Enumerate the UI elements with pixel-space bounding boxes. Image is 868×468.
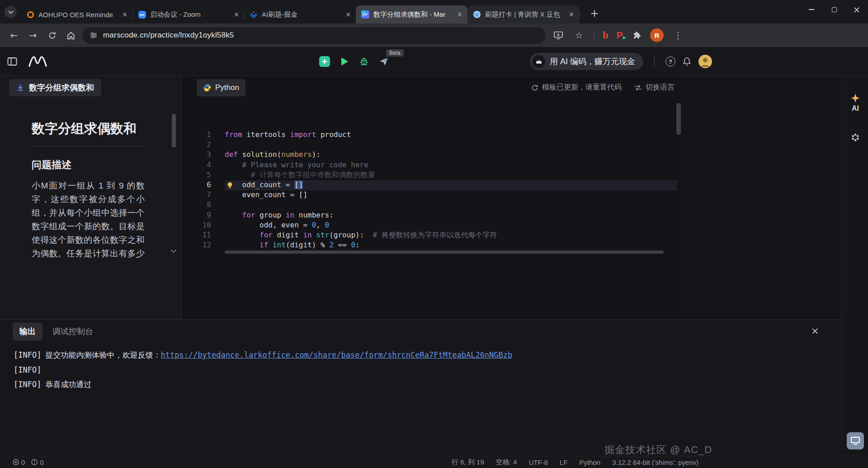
browser-tab-zoom[interactable]: zm 启动会议 - Zoom × — [132, 5, 244, 24]
submit-button[interactable]: Beta — [379, 57, 389, 66]
home-icon — [66, 31, 75, 40]
switch-language-button[interactable]: 切换语言 — [634, 83, 675, 92]
add-icon — [319, 56, 330, 67]
code-line-12[interactable]: if int(digit) % 2 == 0: — [225, 241, 677, 251]
notifications-button[interactable] — [683, 57, 691, 66]
code-line-5[interactable]: # 计算每个数字组中奇数和偶数的数量 — [225, 170, 677, 180]
problem-scrollbar[interactable] — [172, 114, 176, 227]
line-number: 11 — [182, 231, 211, 241]
tab-close-icon[interactable]: × — [456, 10, 464, 19]
home-button[interactable] — [61, 26, 80, 45]
log-prefix: [INFO] — [14, 365, 41, 374]
new-tab-button[interactable]: + — [588, 6, 601, 20]
ai-promo-button[interactable]: 用 AI 编码，赚万元现金 — [530, 53, 643, 70]
code-line-3[interactable]: def solution(numbers): — [225, 150, 677, 160]
workspace-monitor-button[interactable] — [847, 432, 864, 449]
window-minimize-button[interactable] — [800, 0, 823, 19]
warnings-indicator[interactable]: 0 — [31, 459, 43, 466]
reload-icon — [48, 31, 57, 40]
extensions-button[interactable] — [628, 31, 645, 40]
cursor-position[interactable]: 行 6, 列 19 — [452, 458, 484, 467]
feedback-link[interactable]: https://bytedance.larkoffice.com/share/b… — [160, 350, 512, 359]
problem-tab-chip[interactable]: 数字分组求偶数和 — [9, 79, 101, 96]
code-line-2[interactable] — [225, 140, 677, 150]
user-avatar[interactable] — [698, 55, 712, 68]
output-console: 输出 调试控制台 × [INFO]提交功能内测体验中，欢迎反馈：https://… — [0, 319, 842, 456]
forward-button[interactable]: → — [24, 26, 42, 45]
tab-close-icon[interactable]: × — [567, 10, 576, 19]
scrollbar-thumb[interactable] — [676, 103, 681, 135]
back-button[interactable]: ← — [5, 26, 24, 45]
bing-extension-icon[interactable]: b — [600, 29, 611, 41]
browser-menu-button[interactable]: ⋮ — [669, 30, 687, 41]
browser-tab-aohupo[interactable]: AOHUPO OES Reminde × — [21, 5, 132, 24]
code-line-10[interactable]: odd, even = 0, 0 — [225, 221, 677, 231]
errors-indicator[interactable]: 0 — [13, 459, 25, 466]
marscode-logo-icon — [28, 56, 49, 67]
tab-debug-console[interactable]: 调试控制台 — [52, 326, 93, 337]
browser-profile-avatar[interactable]: R — [650, 28, 664, 42]
line-number: 12 — [182, 241, 211, 251]
window-maximize-button[interactable] — [823, 0, 845, 19]
p-extension-icon[interactable]: P — [613, 30, 627, 41]
line-number: 6 — [182, 180, 211, 190]
editor-rows: from itertools import productdef solutio… — [225, 130, 677, 251]
run-button[interactable] — [340, 57, 349, 66]
interpreter[interactable]: 3.12.2 64-bit ('shims': pyenv) — [612, 459, 698, 466]
warning-circle-icon — [31, 459, 38, 465]
scroll-down-icon[interactable] — [170, 247, 177, 255]
encoding[interactable]: UTF-8 — [528, 459, 548, 466]
indent-setting[interactable]: 空格: 4 — [496, 458, 517, 467]
ai-assistant-button[interactable]: AI — [842, 93, 868, 113]
browser-tab-marscode-active[interactable]: 数字分组求偶数和 - Mar × — [356, 5, 467, 24]
quickfix-lightbulb-icon[interactable] — [227, 182, 233, 191]
code-line-11[interactable]: for digit in str(group): # 将整数转换为字符串以迭代每… — [225, 231, 677, 241]
sidebar-toggle-button[interactable] — [7, 57, 17, 66]
monitor-icon — [851, 437, 860, 445]
code-line-9[interactable]: for group in numbers: — [225, 211, 677, 221]
tab-strip: AOHUPO OES Reminde × zm 启动会议 - Zoom × AI… — [0, 0, 868, 24]
language-mode[interactable]: Python — [579, 459, 600, 466]
python-icon — [203, 84, 211, 92]
tab-search-button[interactable] — [5, 6, 17, 18]
line-number: 2 — [182, 140, 211, 150]
tab-close-icon[interactable]: × — [344, 10, 352, 19]
problem-content[interactable]: 数字分组求偶数和 问题描述 小M面对一组从 1 到 9 的数字，这些数字被分成多… — [32, 102, 145, 258]
code-line-1[interactable]: from itertools import product — [225, 130, 677, 140]
aohupo-favicon — [26, 10, 34, 19]
log-line: [INFO] — [14, 363, 842, 378]
tab-close-icon[interactable]: × — [121, 10, 129, 19]
console-close-button[interactable]: × — [811, 325, 819, 336]
editor-horizontal-scrollbar[interactable] — [225, 251, 664, 254]
log-line: [INFO]恭喜成功通过 — [14, 377, 842, 392]
eol-setting[interactable]: LF — [560, 459, 568, 466]
reset-code-button[interactable]: 模板已更新，请重置代码 — [531, 83, 622, 92]
browser-tab-juejin[interactable]: AI刷题-掘金 × — [244, 5, 356, 24]
browser-window: AOHUPO OES Reminde × zm 启动会议 - Zoom × AI… — [0, 0, 868, 468]
editor-vertical-scrollbar[interactable] — [676, 103, 681, 338]
code-line-8[interactable] — [225, 200, 677, 210]
add-snippet-button[interactable] — [319, 56, 330, 67]
bookmark-star-button[interactable]: ☆ — [570, 26, 589, 45]
code-line-4[interactable]: # Please write your code here — [225, 161, 677, 170]
code-line-6[interactable]: odd_count = [] — [225, 180, 677, 190]
plugin-button[interactable] — [842, 133, 868, 142]
debug-button[interactable] — [359, 57, 369, 66]
browser-tab-doubao[interactable]: 刷题打卡 | 青训营 X 豆包 × — [467, 5, 579, 24]
install-app-button[interactable] — [549, 26, 568, 45]
line-number: 7 — [182, 190, 211, 200]
scrollbar-thumb[interactable] — [172, 114, 176, 147]
language-tab[interactable]: Python — [197, 79, 245, 96]
window-close-button[interactable]: × — [845, 0, 868, 19]
reload-button[interactable] — [42, 26, 61, 45]
tab-close-icon[interactable]: × — [232, 10, 241, 19]
marscode-logo[interactable] — [28, 56, 49, 67]
help-button[interactable]: ? — [665, 57, 675, 66]
address-bar[interactable]: marscode.cn/practice/lnxdy1oykl58k5 — [82, 27, 545, 44]
refresh-icon — [531, 84, 538, 91]
tab-output[interactable]: 输出 — [13, 322, 42, 340]
code-editor[interactable]: 123456789101112 from itertools import pr… — [182, 102, 683, 319]
url-text[interactable]: marscode.cn/practice/lnxdy1oykl58k5 — [103, 31, 234, 40]
code-line-7[interactable]: even_count = [] — [225, 190, 677, 200]
ai-label: AI — [852, 104, 859, 113]
